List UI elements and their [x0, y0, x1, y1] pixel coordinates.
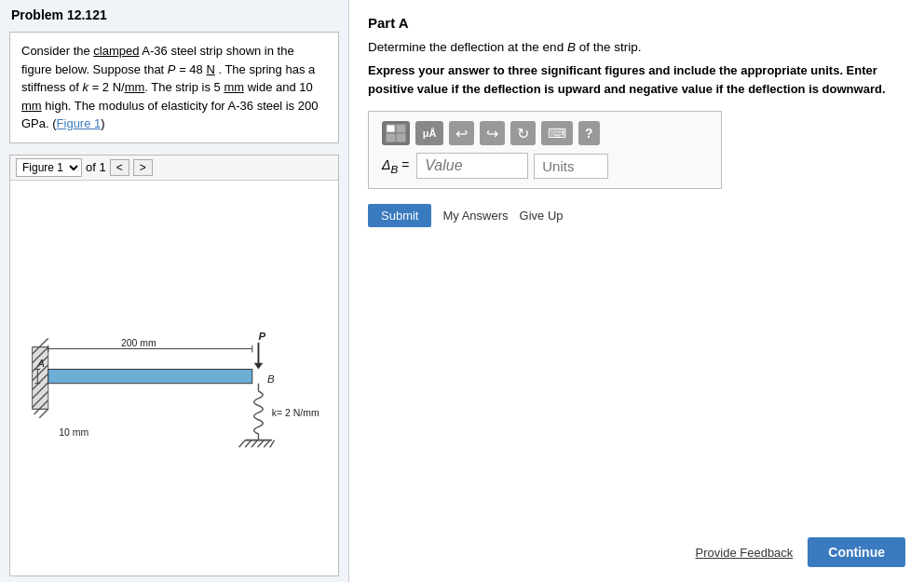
- svg-line-28: [258, 440, 265, 447]
- problem-description: Consider the clamped A-36 steel strip sh…: [21, 44, 318, 130]
- mu-angstrom-icon-button[interactable]: μÅ: [415, 121, 443, 145]
- svg-text:k= 2 N/mm: k= 2 N/mm: [272, 408, 319, 418]
- value-input[interactable]: [416, 153, 528, 179]
- svg-text:10 mm: 10 mm: [59, 427, 88, 438]
- svg-line-26: [245, 440, 251, 447]
- figure-prev-button[interactable]: <: [110, 159, 129, 176]
- answer-toolbar: μÅ ↩ ↪ ↻ ⌨ ?: [382, 121, 708, 145]
- problem-text-box: Consider the clamped A-36 steel strip sh…: [9, 32, 339, 143]
- instructions: Express your answer to three significant…: [368, 61, 905, 98]
- continue-button[interactable]: Continue: [808, 537, 905, 567]
- bottom-row: Provide Feedback Continue: [368, 519, 905, 567]
- action-row: Submit My Answers Give Up: [368, 204, 905, 227]
- svg-line-25: [239, 440, 246, 447]
- svg-text:A: A: [36, 357, 45, 368]
- svg-line-11: [39, 409, 48, 418]
- figure-link[interactable]: Figure 1: [57, 116, 102, 130]
- svg-marker-21: [254, 363, 264, 370]
- svg-rect-38: [387, 134, 395, 142]
- answer-box: μÅ ↩ ↪ ↻ ⌨ ? ΔB =: [368, 111, 722, 189]
- svg-rect-37: [397, 125, 405, 132]
- svg-line-30: [270, 440, 275, 447]
- keyboard-button[interactable]: ⌨: [541, 121, 573, 145]
- feedback-link[interactable]: Provide Feedback: [696, 546, 794, 560]
- svg-line-29: [264, 440, 270, 447]
- figure-content: 200 mm A B P: [10, 181, 338, 576]
- figure-select[interactable]: Figure 1: [16, 158, 82, 177]
- figure-panel: Figure 1 of 1 < >: [9, 155, 339, 577]
- svg-text:P: P: [258, 331, 265, 342]
- mu-label: μÅ: [423, 128, 437, 139]
- right-panel: Part A Determine the deflection at the e…: [349, 0, 924, 582]
- problem-title: Problem 12.121: [0, 0, 348, 26]
- figure-of-label: of 1: [86, 160, 106, 174]
- help-button[interactable]: ?: [578, 121, 600, 145]
- my-answers-link[interactable]: My Answers: [442, 209, 508, 223]
- left-panel: Problem 12.121 Consider the clamped A-36…: [0, 0, 349, 582]
- part-a-title: Part A: [368, 15, 905, 31]
- answer-row: ΔB =: [382, 153, 708, 179]
- units-input[interactable]: [534, 154, 608, 179]
- svg-text:200 mm: 200 mm: [121, 337, 156, 347]
- svg-rect-36: [387, 125, 395, 132]
- delta-label: ΔB =: [382, 157, 409, 175]
- refresh-button[interactable]: ↻: [510, 121, 536, 145]
- question-text: Determine the deflection at the end B of…: [368, 40, 905, 54]
- svg-text:B: B: [267, 373, 275, 385]
- svg-rect-39: [397, 134, 405, 142]
- submit-button[interactable]: Submit: [368, 204, 431, 227]
- grid-icon-button[interactable]: [382, 121, 410, 145]
- svg-rect-12: [48, 369, 252, 383]
- undo-button[interactable]: ↩: [449, 121, 474, 145]
- figure-next-button[interactable]: >: [133, 159, 153, 176]
- diagram-svg: 200 mm A B P: [25, 285, 323, 471]
- redo-button[interactable]: ↪: [480, 121, 505, 145]
- figure-toolbar: Figure 1 of 1 < >: [10, 156, 338, 181]
- give-up-link[interactable]: Give Up: [520, 209, 564, 223]
- svg-line-27: [251, 440, 258, 447]
